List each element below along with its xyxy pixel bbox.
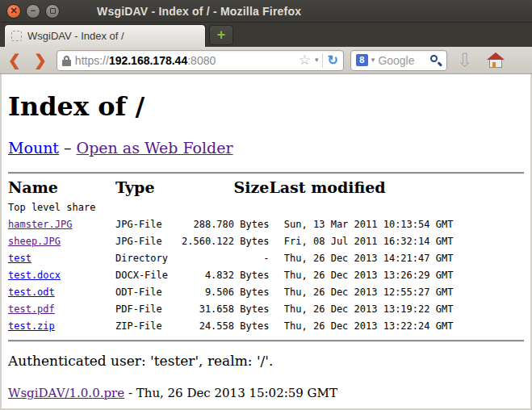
mount-link[interactable]: Mount — [8, 139, 59, 157]
home-icon[interactable] — [486, 52, 505, 69]
search-input[interactable]: Google — [378, 54, 426, 67]
file-size: - — [182, 250, 269, 267]
file-modified: Thu, 26 Dec 2013 12:55:27 GMT — [269, 284, 453, 301]
file-type: PDF-File — [115, 301, 182, 318]
page-title: Index of / — [8, 91, 524, 122]
col-header-name: Name — [8, 178, 115, 199]
urlbar-divider — [322, 53, 323, 68]
minimize-icon[interactable]: − — [26, 4, 40, 19]
back-button[interactable]: ❮ — [5, 52, 24, 68]
table-row: test.docx DOCX-File 4.832 Bytes Thu, 26 … — [8, 267, 453, 284]
favicon-placeholder-icon — [11, 31, 22, 41]
search-icon[interactable] — [430, 55, 442, 66]
col-header-modified: Last modified — [269, 178, 453, 199]
file-type: JPG-File — [115, 233, 182, 250]
table-row: test.odt ODT-File 9.506 Bytes Thu, 26 De… — [8, 284, 453, 301]
file-type: DOCX-File — [115, 267, 182, 284]
file-listing-table: Name Type Size Last modified Top level s… — [8, 178, 453, 335]
col-header-type: Type — [115, 178, 182, 199]
table-row: hamster.JPG JPG-File 288.780 Bytes Sun, … — [8, 216, 453, 233]
table-row: test.zip ZIP-File 24.558 Bytes Thu, 26 D… — [8, 318, 453, 335]
navigation-toolbar: ❮ ❯ https://192.168.178.44:8080 ☆ ▾ ↻ 8 … — [0, 47, 532, 74]
file-modified: Fri, 08 Jul 2011 16:32:14 GMT — [269, 233, 453, 250]
file-link[interactable]: test.zip — [8, 320, 55, 332]
maximize-icon[interactable] — [45, 4, 60, 19]
wsgidav-version-link[interactable]: WsgiDAV/1.0.0.pre — [8, 386, 124, 400]
file-link[interactable]: test.docx — [8, 270, 61, 281]
page-content: Index of / Mount – Open as Web Folder Na… — [0, 74, 532, 410]
file-type: Directory — [115, 250, 182, 267]
file-link[interactable]: test.pdf — [8, 303, 55, 315]
divider-bottom — [8, 340, 524, 341]
url-port: :8080 — [187, 54, 216, 67]
divider-top — [8, 172, 524, 174]
table-row: test Directory - Thu, 26 Dec 2013 14:21:… — [8, 250, 453, 267]
table-note-row: Top level share — [8, 199, 453, 216]
tab-title: WsgiDAV - Index of / — [27, 30, 124, 42]
url-bar[interactable]: https://192.168.178.44:8080 ☆ ▾ ↻ — [57, 50, 344, 71]
file-size: 4.832 Bytes — [182, 267, 269, 284]
col-header-size: Size — [182, 178, 269, 199]
file-link[interactable]: sheep.JPG — [8, 236, 61, 247]
titlebar: ✕ − WsgiDAV - Index of / - Mozilla Firef… — [0, 0, 532, 23]
tab-strip: WsgiDAV - Index of / + — [0, 23, 532, 47]
table-row: test.pdf PDF-File 31.658 Bytes Thu, 26 D… — [8, 301, 453, 318]
share-note: Top level share — [8, 199, 453, 216]
server-footer: WsgiDAV/1.0.0.pre - Thu, 26 Dec 2013 15:… — [8, 386, 524, 400]
file-size: 2.560.122 Bytes — [182, 233, 269, 250]
file-type: ZIP-File — [115, 318, 182, 335]
tab-wsgidav[interactable]: WsgiDAV - Index of / — [4, 24, 206, 47]
window-controls: ✕ − — [6, 4, 60, 19]
reload-icon[interactable]: ↻ — [327, 54, 337, 67]
downloads-icon[interactable]: ⇩ — [457, 51, 473, 70]
file-type: ODT-File — [115, 284, 182, 301]
file-type: JPG-File — [115, 216, 182, 233]
file-size: 288.780 Bytes — [182, 216, 269, 233]
action-links: Mount – Open as Web Folder — [8, 139, 524, 157]
auth-status: Authenticated user: 'tester', realm: '/'… — [8, 353, 524, 369]
urlbar-dropdown-icon[interactable]: ▾ — [315, 56, 319, 64]
forward-button[interactable]: ❯ — [31, 52, 50, 68]
bookmark-star-icon[interactable]: ☆ — [299, 53, 311, 67]
file-modified: Thu, 26 Dec 2013 13:26:29 GMT — [269, 267, 453, 284]
file-modified: Sun, 13 Mar 2011 10:13:54 GMT — [269, 216, 453, 233]
google-engine-icon[interactable]: 8 — [356, 54, 368, 66]
file-link[interactable]: test.odt — [8, 287, 55, 298]
table-header-row: Name Type Size Last modified — [8, 178, 453, 199]
server-timestamp: - Thu, 26 Dec 2013 15:02:59 GMT — [124, 386, 337, 400]
file-link[interactable]: hamster.JPG — [8, 219, 72, 230]
url-text[interactable]: https://192.168.178.44:8080 — [75, 54, 295, 67]
file-size: 31.658 Bytes — [182, 301, 269, 318]
new-tab-button[interactable]: + — [209, 25, 233, 45]
url-scheme: https:// — [75, 54, 109, 67]
lock-icon — [62, 56, 71, 66]
link-separator: – — [59, 139, 77, 157]
close-icon[interactable]: ✕ — [6, 4, 21, 19]
search-box[interactable]: 8 ▾ Google — [350, 50, 447, 71]
file-modified: Thu, 26 Dec 2013 14:21:47 GMT — [269, 250, 453, 267]
window-title: WsgiDAV - Index of / - Mozilla Firefox — [97, 5, 301, 18]
open-as-web-folder-link[interactable]: Open as Web Folder — [77, 139, 233, 157]
search-engine-dropdown-icon[interactable]: ▾ — [371, 56, 375, 64]
file-modified: Thu, 26 Dec 2013 13:22:24 GMT — [269, 318, 453, 335]
url-host: 192.168.178.44 — [109, 54, 187, 67]
file-link[interactable]: test — [8, 253, 31, 264]
file-size: 24.558 Bytes — [182, 318, 269, 335]
table-row: sheep.JPG JPG-File 2.560.122 Bytes Fri, … — [8, 233, 453, 250]
file-size: 9.506 Bytes — [182, 284, 269, 301]
file-modified: Thu, 26 Dec 2013 13:19:22 GMT — [269, 301, 453, 318]
firefox-window: ✕ − WsgiDAV - Index of / - Mozilla Firef… — [0, 0, 532, 410]
